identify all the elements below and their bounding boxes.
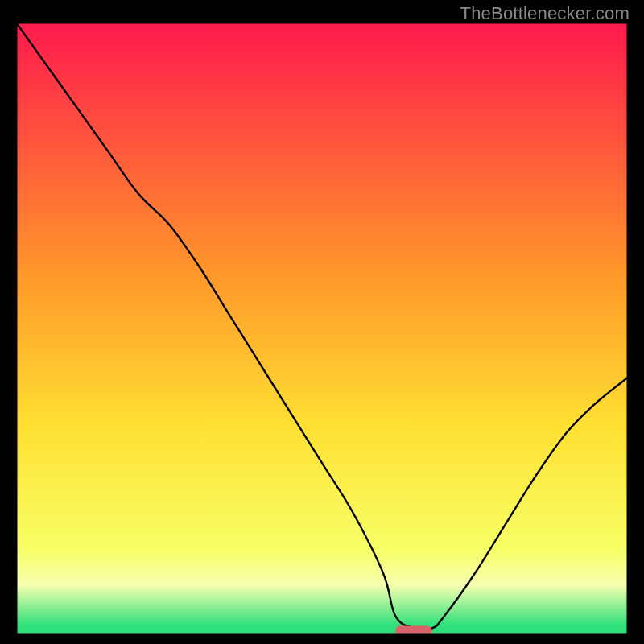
gradient-background (16, 23, 628, 634)
watermark-text: TheBottlenecker.com (460, 3, 630, 24)
chart-frame (16, 23, 628, 634)
bottleneck-chart (16, 23, 628, 634)
optimum-marker (395, 625, 432, 634)
